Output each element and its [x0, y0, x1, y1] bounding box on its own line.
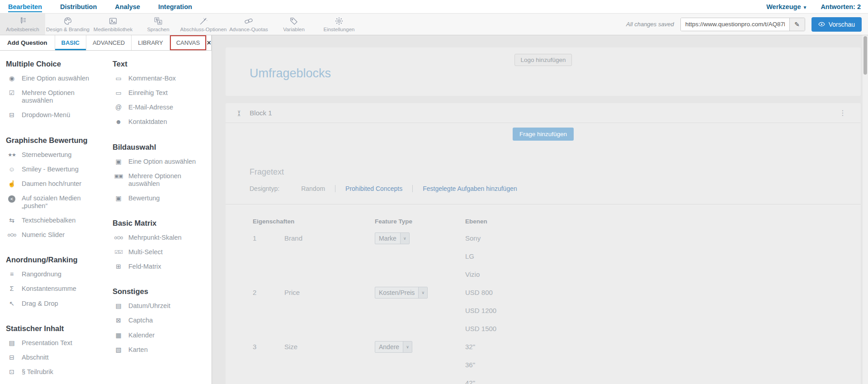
nav-analyse[interactable]: Analyse — [115, 0, 140, 13]
editor-toolbar: ArbeitsbereichDesign & BrandingMedienbib… — [0, 14, 868, 35]
level-item[interactable]: USD 800 — [465, 284, 861, 302]
level-item[interactable]: Sony — [465, 229, 861, 247]
question-type-dropdown-menu[interactable]: ⊟Dropdown-Menü — [6, 111, 102, 119]
tab-advanced[interactable]: ADVANCED — [86, 35, 132, 50]
question-type-constant-sum[interactable]: ΣKonstantensumme — [6, 285, 102, 293]
image-multi-select-icon: ▣▣ — [113, 172, 124, 180]
question-type-text-slider[interactable]: ⇆Textschiebebalken — [6, 217, 102, 224]
question-type-contact-data[interactable]: ☻Kontaktdaten — [113, 118, 208, 126]
toolbar-design-branding[interactable]: Design & Branding — [45, 14, 90, 35]
workspace: Add QuestionBASICADVANCEDLIBRARYCANVAS× … — [0, 35, 868, 384]
question-type-presentation-text[interactable]: ▤Presentation Text — [6, 339, 102, 347]
question-type-image-rating[interactable]: ▣Bewertung — [113, 194, 208, 202]
feature-type-select[interactable]: Andere∨ — [375, 341, 412, 353]
table-row: 3SizeAndere∨32"36"42" — [253, 338, 861, 384]
question-type-drag-drop[interactable]: ↖Drag & Drop — [6, 300, 102, 308]
designtype-value[interactable]: Random — [301, 185, 325, 192]
question-type-thumbs-up-down[interactable]: ☝Daumen hoch/runter — [6, 180, 102, 188]
question-type-single-select[interactable]: ◉Eine Option auswählen — [6, 75, 102, 82]
collapse-block-icon[interactable]: ∨∧ — [237, 110, 241, 116]
section-icon: ⊟ — [6, 354, 18, 361]
toolbar-variables[interactable]: Variablen — [271, 14, 316, 35]
questionpro-survey-editor: BearbeitenDistributionAnalyseIntegration… — [0, 0, 868, 384]
question-type-email-address[interactable]: @E-Mail-Adresse — [113, 104, 208, 111]
antworten-link[interactable]: Antworten: 2 — [821, 3, 861, 10]
toolbar-label: Advance-Quotas — [229, 27, 268, 32]
question-type-date-time[interactable]: ▤Datum/Uhrzeit — [113, 302, 208, 310]
main-nav: BearbeitenDistributionAnalyseIntegration — [8, 0, 210, 13]
add-question-button[interactable]: Frage hinzufügen — [513, 128, 574, 141]
question-type-subsection[interactable]: ⊡§ Teilrubrik — [6, 368, 102, 376]
feature-type-select[interactable]: Kosten/Preis∨ — [375, 287, 428, 299]
contact-data-icon: ☻ — [113, 118, 124, 125]
level-item[interactable]: LG — [465, 247, 861, 265]
prohibited-concepts-link[interactable]: Prohibited Concepts — [345, 185, 402, 192]
scrollbar-thumb[interactable] — [863, 36, 867, 75]
question-type-matrix-multi-select[interactable]: ☑☑Multi-Select — [113, 248, 208, 256]
tab-library[interactable]: LIBRARY — [132, 35, 170, 50]
question-type-calendar[interactable]: ▦Kalender — [113, 332, 208, 339]
level-item[interactable]: USD 1500 — [465, 320, 861, 338]
level-item[interactable]: Vizio — [465, 265, 861, 284]
question-column-1: Multiple Choice◉Eine Option auswählen☑Me… — [6, 60, 102, 384]
nav-integration[interactable]: Integration — [158, 0, 192, 13]
tab-add-question[interactable]: Add Question — [0, 35, 55, 50]
finish-options-icon — [198, 16, 208, 26]
tab-basic[interactable]: BASIC — [55, 35, 86, 50]
toolbar-finish-options[interactable]: Abschluss-Optionen — [181, 14, 226, 35]
question-type-label: § Teilrubrik — [22, 368, 53, 376]
question-type-comment-box[interactable]: ▭Kommentar-Box — [113, 75, 208, 82]
question-type-smiley-rating[interactable]: ☺Smiley - Bewertung — [6, 166, 102, 173]
toolbar-advance-quotas[interactable]: Advance-Quotas — [226, 14, 271, 35]
single-row-text-icon: ▭ — [113, 89, 124, 96]
survey-url-input[interactable] — [681, 18, 789, 31]
question-type-section[interactable]: ⊟Abschnitt — [6, 354, 102, 361]
chevron-down-icon: ∨ — [418, 287, 427, 298]
level-item[interactable]: USD 1200 — [465, 302, 861, 320]
toolbar-workspace[interactable]: Arbeitsbereich — [0, 14, 45, 35]
question-type-map[interactable]: ▧Karten — [113, 346, 208, 354]
level-item[interactable]: 42" — [465, 374, 861, 384]
nav-bearbeiten[interactable]: Bearbeiten — [8, 0, 42, 13]
edit-url-button[interactable]: ✎ — [789, 18, 805, 31]
preview-button[interactable]: Vorschau — [811, 17, 862, 32]
tab-canvas[interactable]: CANVAS — [170, 35, 207, 50]
question-type-label: Kontaktdaten — [128, 118, 167, 126]
features-table: EigenschaftenFeature TypeEbenen1BrandMar… — [226, 204, 861, 384]
nav-distribution[interactable]: Distribution — [60, 0, 97, 13]
feature-name[interactable]: Size — [284, 338, 375, 356]
question-type-label: Numeric Slider — [22, 231, 65, 239]
question-type-image-multi-select[interactable]: ▣▣Mehrere Optionen auswählen — [113, 172, 208, 188]
feature-name[interactable]: Brand — [284, 229, 375, 247]
feature-type-select[interactable]: Marke∨ — [375, 232, 410, 244]
question-type-social-share[interactable]: <Auf sozialen Medien „pushen“ — [6, 194, 102, 210]
calendar-icon: ▦ — [113, 332, 124, 339]
question-type-captcha[interactable]: ⊠Captcha — [113, 317, 208, 324]
toolbar-items: ArbeitsbereichDesign & BrandingMedienbib… — [0, 14, 362, 35]
toolbar-media-library[interactable]: Medienbibliothek — [90, 14, 136, 35]
question-type-star-rating[interactable]: ★★Sternebewertung — [6, 151, 102, 159]
scrollbar[interactable] — [863, 35, 868, 384]
close-panel-icon[interactable]: × — [207, 35, 212, 50]
toolbar-label: Einstellungen — [323, 27, 354, 32]
add-logo-button[interactable]: Logo hinzufügen — [514, 54, 572, 66]
fixed-tasks-link[interactable]: Festgelegte Aufgaben hinzufügen — [423, 185, 517, 192]
question-type-image-single-select[interactable]: ▣Eine Option auswählen — [113, 158, 208, 166]
question-text-placeholder[interactable]: Fragetext — [250, 167, 861, 177]
eye-icon — [818, 21, 825, 28]
feature-name[interactable]: Price — [284, 284, 375, 302]
level-item[interactable]: 36" — [465, 356, 861, 374]
block-menu-icon[interactable]: ⋮ — [839, 109, 846, 117]
question-type-numeric-slider[interactable]: o⊙oNumeric Slider — [6, 231, 102, 239]
level-item[interactable]: 32" — [465, 338, 861, 356]
levels-list: SonyLGVizio — [465, 229, 861, 284]
werkzeuge-menu[interactable]: Werkzeuge ▼ — [766, 3, 807, 10]
question-type-rank-order[interactable]: ≡Rangordnung — [6, 270, 102, 278]
question-type-multipoint-scales[interactable]: o⊙oMehrpunkt-Skalen — [113, 234, 208, 242]
toolbar-languages[interactable]: Sprachen — [136, 14, 181, 35]
question-type-multi-select[interactable]: ☑Mehrere Optionen auswählen — [6, 89, 102, 104]
toolbar-settings[interactable]: Einstellungen — [316, 14, 362, 35]
question-type-label: Smiley - Bewertung — [22, 166, 79, 173]
question-type-field-matrix[interactable]: ⊞Feld-Matrix — [113, 263, 208, 270]
question-type-single-row-text[interactable]: ▭Einreihig Text — [113, 89, 208, 97]
